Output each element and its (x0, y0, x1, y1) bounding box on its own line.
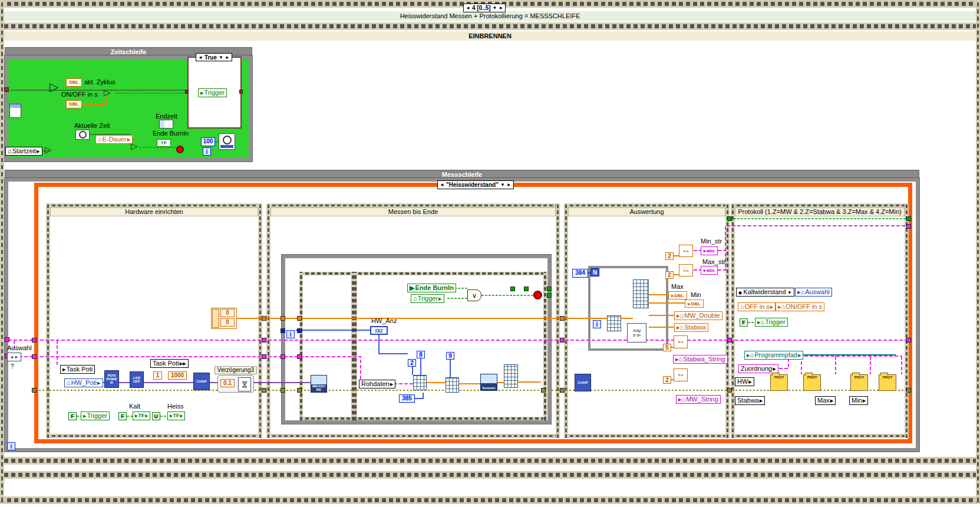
precision-constant[interactable]: 2 (663, 376, 671, 384)
auswahl-variable[interactable]: Auswahl (795, 288, 832, 297)
next-frame-icon[interactable]: ► (499, 5, 504, 11)
dropdown-icon[interactable]: ▼ (500, 182, 505, 187)
wait-hourglass-icon[interactable]: ⋈ (238, 377, 251, 391)
wait-ms-constant[interactable]: 100 (201, 137, 215, 146)
messschleife-titlebar[interactable]: Messschleife (5, 170, 919, 178)
led-off-vi-icon[interactable]: LED OFF (130, 371, 144, 388)
loop-iteration-terminal[interactable]: i (286, 330, 295, 338)
statistics-vi-icon[interactable]: ∧σμ σ σ² (627, 323, 646, 343)
zuordnung-variable[interactable]: Zuordnung (738, 364, 778, 373)
false-constant[interactable]: F (118, 412, 127, 420)
next-case-icon[interactable]: ► (225, 55, 230, 60)
trigger-variable[interactable]: Trigger (411, 294, 444, 303)
trigger-local-variable[interactable]: Trigger (81, 411, 110, 420)
task-poti-constant[interactable]: Task Poti (60, 365, 95, 374)
array-matrix-icon[interactable] (633, 279, 649, 308)
konvert-vi-icon[interactable]: konvert (480, 374, 497, 391)
rohdaten-variable[interactable]: Rohdaten (359, 380, 395, 389)
precision-constant[interactable]: 2 (665, 252, 674, 260)
loop-stop-terminal[interactable] (533, 291, 542, 299)
dbl-terminal[interactable]: DBL (66, 78, 82, 87)
stabwa-string-variable[interactable]: Stabwa_String (673, 355, 728, 364)
compare-node-icon[interactable]: ▷ (50, 83, 58, 91)
number-to-string-icon[interactable]: #.n (679, 245, 693, 257)
off-in-s-variable[interactable]: OFF in s (738, 302, 776, 311)
loop-count-terminal[interactable]: N (590, 268, 599, 276)
ende-burnin-variable[interactable]: Ende BurnIn (407, 284, 456, 292)
index-array-icon[interactable] (607, 315, 621, 331)
chop-vi-icon[interactable]: CHOP (193, 373, 210, 390)
array-index-box[interactable] (212, 309, 219, 328)
tf-terminal[interactable]: TF (157, 139, 171, 147)
string-terminal[interactable]: abc (701, 266, 718, 275)
kalt-tf-terminal[interactable]: TF (133, 411, 150, 420)
get-time-icon[interactable] (75, 130, 90, 140)
boolean-constant[interactable]: U (152, 412, 160, 420)
false-constant[interactable]: F (740, 318, 748, 327)
false-constant[interactable]: F (68, 412, 77, 420)
mw-double-variable[interactable]: MW_Double (674, 311, 722, 320)
numeric-constant[interactable]: 384 (572, 269, 588, 278)
array-element[interactable]: 0 (220, 318, 235, 327)
array-element[interactable]: 0 (220, 309, 235, 317)
compare-node-icon[interactable]: ▷ (131, 141, 138, 150)
dbl-terminal[interactable]: DBL (66, 100, 82, 108)
write-protocol-file-icon[interactable]: PROT (879, 374, 896, 391)
dbl-terminal[interactable]: DBL (685, 299, 704, 308)
min-constant[interactable]: Min (849, 396, 868, 405)
string-terminal[interactable]: abc (701, 246, 718, 255)
prev-case-icon[interactable]: ◄ (440, 182, 444, 187)
compare-node-icon[interactable]: ▷ (45, 145, 52, 154)
chop-vi-icon[interactable]: CHOP (575, 374, 591, 391)
kaltwiderstand-enum-constant[interactable]: Kaltwiderstand (736, 288, 794, 297)
timestamp-icon[interactable] (159, 120, 173, 129)
prev-frame-icon[interactable]: ◄ (466, 5, 470, 11)
stop-terminal[interactable] (176, 146, 184, 153)
loop-iteration-terminal[interactable]: i (203, 147, 211, 156)
e-dauer-variable[interactable]: E-Dauer (95, 135, 133, 144)
hw-poti-variable[interactable]: HW_Poti (64, 378, 103, 387)
hw-constant[interactable]: HW (735, 377, 754, 386)
build-array-icon[interactable] (504, 364, 518, 388)
loop-iteration-terminal[interactable]: i (7, 442, 15, 450)
number-to-string-icon[interactable]: #.n (674, 368, 688, 381)
delay-constant[interactable]: 0.1 (220, 379, 235, 387)
number-to-string-icon[interactable]: #.n (679, 264, 693, 276)
startzeit-variable[interactable]: Startzeit (5, 147, 42, 156)
sequence-frame-selector[interactable]: ◄ 4 [0..5] ▼ ► (463, 4, 506, 12)
precision-constant[interactable]: 5 (663, 344, 671, 351)
next-case-icon[interactable]: ► (507, 182, 512, 187)
write-protocol-file-icon[interactable]: PROT (803, 374, 821, 391)
number-to-string-icon[interactable]: #.n (674, 335, 688, 348)
mw-string-variable[interactable]: MW_String (676, 395, 721, 404)
or-gate-icon[interactable]: ∨ (467, 289, 481, 301)
numeric-constant[interactable]: 2 (408, 359, 416, 367)
build-array-icon[interactable] (413, 375, 427, 390)
dropdown-icon[interactable]: ▼ (493, 5, 497, 11)
max-constant[interactable]: Max (815, 396, 836, 405)
write-protocol-file-icon[interactable]: PROT (770, 374, 788, 391)
dbl-terminal[interactable]: DBL (668, 291, 687, 299)
wait-metronome-icon[interactable] (219, 133, 235, 150)
task-poti-variable[interactable]: Task Poti (150, 359, 189, 368)
numeric-constant[interactable]: 1000 (168, 371, 187, 380)
heiss-tf-terminal[interactable]: TF (167, 411, 185, 420)
loop-iteration-terminal[interactable]: i (593, 320, 601, 328)
programmpfad-variable[interactable]: Programmpfad (744, 351, 803, 360)
write-protocol-file-icon[interactable]: PROT (850, 374, 868, 391)
case-selector-heisswiderstand[interactable]: ◄ "Heisswiderstand" ▼ ► (437, 180, 514, 189)
build-array-icon[interactable] (446, 377, 459, 393)
enum-terminal[interactable]: ◄► (7, 353, 21, 361)
numeric-constant[interactable]: 9 (446, 352, 454, 360)
on-off-variable[interactable]: ON/OFF in s (776, 302, 824, 311)
measure-daq-icon[interactable]: MEASURE (311, 375, 327, 393)
precision-constant[interactable]: 2 (665, 271, 674, 279)
trigger-local-variable[interactable]: Trigger (198, 88, 227, 97)
poti-power-vi-icon[interactable]: POTI POWER (104, 370, 119, 388)
stabwa-variable[interactable]: Stabwa (674, 323, 708, 332)
trigger-variable[interactable]: Trigger (755, 318, 788, 327)
i32-terminal[interactable]: I32 (370, 326, 388, 335)
time-format-icon[interactable] (9, 104, 21, 118)
numeric-constant[interactable]: 8 (417, 351, 425, 358)
compare-node-icon[interactable]: ▷ (104, 88, 111, 97)
